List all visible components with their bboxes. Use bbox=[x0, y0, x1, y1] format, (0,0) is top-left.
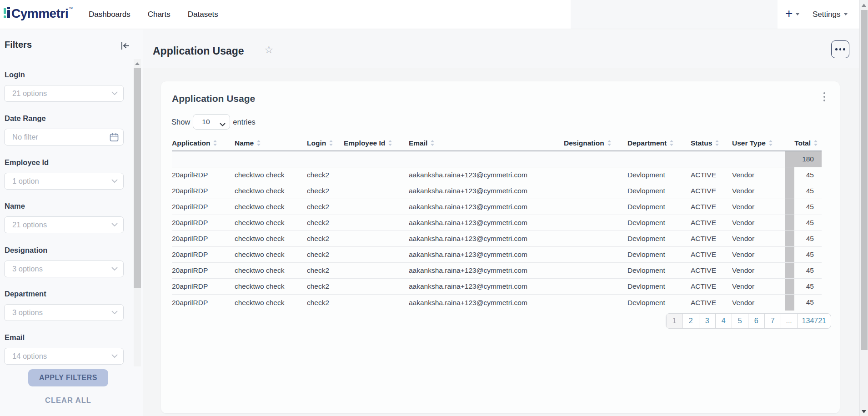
total-cell: 45 bbox=[785, 279, 822, 294]
total-cell: 45 bbox=[785, 183, 822, 199]
nav-link[interactable]: Charts bbox=[148, 10, 171, 19]
column-header[interactable]: Email bbox=[409, 139, 564, 147]
column-header[interactable]: Department bbox=[627, 139, 691, 147]
chevron-down-icon bbox=[111, 311, 118, 315]
filter-select[interactable]: 3 options bbox=[4, 261, 124, 277]
table-row[interactable]: 20aprilRDP checktwo check check2 aakanks… bbox=[172, 215, 822, 231]
total-bar bbox=[785, 279, 794, 294]
page-size-row: Show 10 entries bbox=[171, 114, 256, 130]
column-header[interactable]: Application bbox=[172, 139, 235, 147]
calendar-icon bbox=[110, 133, 119, 142]
chevron-down-icon bbox=[111, 223, 118, 227]
scroll-down-arrow-icon[interactable] bbox=[862, 410, 866, 413]
filter-label: Name bbox=[5, 202, 25, 211]
page-button[interactable]: 3 bbox=[699, 314, 715, 328]
filter-select[interactable]: 14 options bbox=[4, 348, 124, 365]
total-bar bbox=[785, 199, 794, 215]
page-button[interactable]: ... bbox=[781, 314, 797, 328]
filter-placeholder: 3 options bbox=[5, 265, 111, 273]
page-button[interactable]: 2 bbox=[682, 314, 699, 328]
add-menu[interactable]: + bbox=[785, 0, 799, 29]
filter-select[interactable]: No filter bbox=[4, 129, 124, 145]
page-more-button[interactable] bbox=[831, 40, 849, 58]
column-header[interactable]: Total bbox=[785, 139, 822, 147]
table-row[interactable]: 20aprilRDP checktwo check check2 aakanks… bbox=[172, 183, 822, 199]
filter-select[interactable]: 1 option bbox=[4, 173, 124, 190]
page-button[interactable]: 7 bbox=[764, 314, 781, 328]
filter-label: Email bbox=[5, 333, 25, 342]
total-cell: 45 bbox=[785, 263, 822, 278]
table-row[interactable]: 20aprilRDP checktwo check check2 aakanks… bbox=[172, 199, 822, 215]
page-button[interactable]: 4 bbox=[715, 314, 732, 328]
table-row[interactable]: 20aprilRDP checktwo check check2 aakanks… bbox=[172, 167, 822, 183]
summary-row: 180 bbox=[172, 151, 822, 167]
column-header[interactable]: Name bbox=[235, 139, 307, 147]
page-size-select[interactable]: 10 bbox=[193, 114, 230, 130]
nav-link[interactable]: Dashboards bbox=[89, 10, 130, 19]
sidebar-scrollbar-thumb[interactable] bbox=[134, 68, 141, 288]
chevron-down-icon bbox=[111, 267, 118, 271]
widget-menu-icon[interactable] bbox=[823, 92, 825, 101]
table-row[interactable]: 20aprilRDP checktwo check check2 aakanks… bbox=[172, 231, 822, 247]
apply-filters-button[interactable]: APPLY FILTERS bbox=[28, 369, 108, 386]
filter-placeholder: 21 options bbox=[5, 89, 111, 98]
page-button[interactable]: 6 bbox=[748, 314, 764, 328]
sort-icon[interactable] bbox=[329, 140, 333, 146]
filter-select[interactable]: 21 options bbox=[4, 216, 124, 233]
nav-link[interactable]: Datasets bbox=[188, 10, 218, 19]
favorite-star-icon[interactable]: ☆ bbox=[264, 44, 274, 56]
sort-icon[interactable] bbox=[814, 140, 818, 146]
filter-label: Login bbox=[5, 70, 25, 79]
filter-placeholder: 1 option bbox=[5, 177, 111, 185]
column-header[interactable]: Designation bbox=[564, 139, 627, 147]
page-button[interactable]: 1 bbox=[666, 314, 682, 328]
filters-title: Filters bbox=[5, 40, 32, 50]
sort-icon[interactable] bbox=[769, 140, 773, 146]
settings-menu[interactable]: Settings bbox=[813, 0, 848, 29]
chevron-down-icon bbox=[796, 13, 799, 15]
sidebar-scrollbar[interactable] bbox=[134, 59, 141, 366]
chevron-down-icon bbox=[844, 13, 848, 15]
total-cell: 45 bbox=[785, 231, 822, 246]
collapse-sidebar-icon[interactable] bbox=[120, 41, 130, 50]
sort-icon[interactable] bbox=[388, 140, 392, 146]
total-cell: 45 bbox=[785, 199, 822, 215]
sort-icon[interactable] bbox=[670, 140, 673, 146]
sort-icon[interactable] bbox=[257, 140, 261, 146]
column-header[interactable]: User Type bbox=[732, 139, 785, 147]
table-row[interactable]: 20aprilRDP checktwo check check2 aakanks… bbox=[172, 247, 822, 263]
filter-select[interactable]: 3 options bbox=[4, 304, 124, 321]
clear-all-button[interactable]: CLEAR ALL bbox=[0, 396, 136, 405]
total-cell: 45 bbox=[785, 167, 822, 183]
filter-label: Date Range bbox=[5, 114, 46, 123]
pagination: 1234567...134721 bbox=[666, 313, 831, 329]
table-header-row: Application Name Login Employee Id Email bbox=[172, 135, 822, 151]
page-button[interactable]: 134721 bbox=[797, 314, 831, 328]
table-row[interactable]: 20aprilRDP checktwo check check2 aakanks… bbox=[172, 263, 822, 279]
main-scrollbar-thumb[interactable] bbox=[861, 10, 868, 350]
table-row[interactable]: 20aprilRDP checktwo check check2 aakanks… bbox=[172, 279, 822, 295]
sort-icon[interactable] bbox=[715, 140, 719, 146]
cymmetri-logo-icon bbox=[4, 7, 11, 20]
summary-total-cell: 180 bbox=[785, 151, 822, 167]
total-cell: 45 bbox=[785, 247, 822, 262]
scroll-up-arrow-icon[interactable] bbox=[135, 62, 140, 65]
scroll-up-arrow-icon[interactable] bbox=[862, 4, 866, 7]
total-cell: 45 bbox=[785, 295, 822, 311]
page-button[interactable]: 5 bbox=[732, 314, 748, 328]
sort-icon[interactable] bbox=[213, 140, 217, 146]
filter-select[interactable]: 21 options bbox=[4, 85, 124, 102]
sort-icon[interactable] bbox=[607, 140, 611, 146]
column-header[interactable]: Status bbox=[691, 139, 732, 147]
cymmetri-logo[interactable]: Cymmetri ™ bbox=[4, 5, 73, 24]
main-scrollbar[interactable] bbox=[859, 0, 868, 416]
table-row[interactable]: 20aprilRDP checktwo check check2 aakanks… bbox=[172, 295, 822, 311]
filter-label: Designation bbox=[5, 246, 47, 255]
widget-title: Application Usage bbox=[172, 93, 255, 104]
chevron-down-icon bbox=[111, 91, 118, 95]
column-header[interactable]: Employee Id bbox=[344, 139, 409, 147]
navbar-gray-panel bbox=[571, 0, 778, 29]
sort-icon[interactable] bbox=[431, 140, 434, 146]
column-header[interactable]: Login bbox=[307, 139, 344, 147]
page-title: Application Usage bbox=[153, 45, 244, 57]
